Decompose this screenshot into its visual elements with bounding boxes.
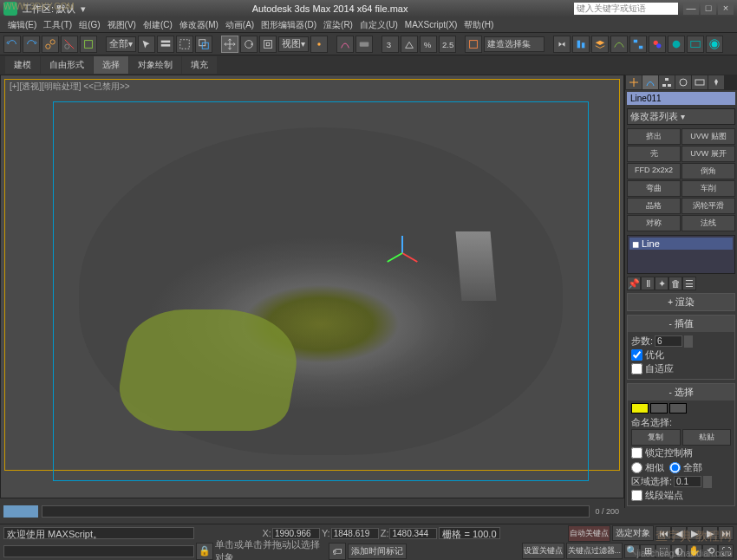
- menu-maxscript[interactable]: MAXScript(X): [402, 19, 460, 30]
- remove-modifier-icon[interactable]: 🗑: [669, 277, 682, 290]
- mod-normal[interactable]: 法线: [682, 215, 735, 231]
- zoom-extents-icon[interactable]: ⬚: [655, 544, 671, 558]
- show-end-result-icon[interactable]: Ⅱ: [641, 277, 655, 290]
- bind-icon[interactable]: [80, 36, 97, 53]
- tab-object-paint[interactable]: 对象绘制: [129, 56, 181, 74]
- adaptive-checkbox[interactable]: [631, 363, 642, 374]
- mod-bend[interactable]: 弯曲: [627, 180, 681, 197]
- stack-item-line[interactable]: ◼ Line: [629, 238, 733, 250]
- unlink-icon[interactable]: [61, 36, 78, 53]
- key-filter-dropdown[interactable]: 选定对象: [612, 525, 654, 541]
- align-icon[interactable]: [572, 36, 590, 53]
- maximize-button[interactable]: □: [701, 3, 716, 15]
- render-icon[interactable]: [706, 36, 723, 53]
- select-rotate-icon[interactable]: [240, 36, 258, 53]
- tab-selection[interactable]: 选择: [94, 56, 128, 74]
- optimize-checkbox[interactable]: [631, 349, 642, 361]
- undo-icon[interactable]: [3, 36, 21, 53]
- segment-subobj-icon[interactable]: [650, 403, 668, 413]
- mod-shell[interactable]: 壳: [627, 146, 681, 162]
- pan-icon[interactable]: ✋: [687, 544, 702, 558]
- play-icon[interactable]: ▶: [687, 526, 702, 540]
- utilities-panel-tab-icon[interactable]: [708, 75, 724, 89]
- setkey-button[interactable]: 设置关键点: [522, 543, 564, 559]
- minimize-button[interactable]: —: [683, 3, 699, 15]
- create-panel-tab-icon[interactable]: [626, 75, 642, 89]
- display-panel-tab-icon[interactable]: [692, 75, 708, 89]
- similar-radio[interactable]: [631, 462, 642, 473]
- select-move-icon[interactable]: [221, 36, 238, 53]
- steps-spinner[interactable]: [684, 335, 693, 348]
- steps-input[interactable]: [655, 335, 682, 347]
- autokey-button[interactable]: 自动关键点: [568, 525, 610, 542]
- next-frame-icon[interactable]: ▶: [702, 526, 718, 540]
- menu-grapheditors[interactable]: 图形编辑器(D): [258, 18, 319, 32]
- schematic-view-icon[interactable]: [629, 36, 647, 53]
- snap-toggle-icon[interactable]: 3: [382, 36, 399, 53]
- redo-icon[interactable]: [23, 36, 40, 53]
- gizmo-z-axis[interactable]: [401, 236, 403, 253]
- keyfilters-button[interactable]: 关键点过滤器...: [566, 543, 623, 559]
- rollout-interpolation-header[interactable]: - 插值: [628, 316, 734, 332]
- spline-subobj-icon[interactable]: [669, 403, 687, 413]
- tab-freeform[interactable]: 自由形式: [41, 56, 93, 74]
- menu-create[interactable]: 创建(C): [140, 18, 175, 32]
- angle-snap-icon[interactable]: [401, 36, 418, 53]
- area-select-input[interactable]: [674, 476, 701, 487]
- modifier-list-dropdown[interactable]: 修改器列表 ▾: [627, 108, 735, 125]
- modifier-stack[interactable]: ◼ Line: [627, 235, 735, 274]
- menu-modifiers[interactable]: 修改器(M): [177, 18, 221, 32]
- window-crossing-icon[interactable]: [195, 36, 212, 53]
- link-icon[interactable]: [42, 36, 59, 53]
- paste-selection-button[interactable]: 粘贴: [682, 429, 732, 446]
- copy-selection-button[interactable]: 复制: [631, 429, 681, 446]
- motion-panel-tab-icon[interactable]: [675, 75, 691, 89]
- modify-panel-tab-icon[interactable]: [642, 75, 658, 89]
- mod-symmetry[interactable]: 对称: [627, 215, 681, 231]
- mod-uvwmap[interactable]: UVW 贴图: [682, 128, 735, 145]
- mod-lattice[interactable]: 晶格: [627, 198, 681, 214]
- mirror-icon[interactable]: [553, 36, 571, 53]
- fov-icon[interactable]: ◐: [671, 544, 687, 558]
- menu-tools[interactable]: 工具(T): [41, 18, 75, 32]
- area-spinner[interactable]: [703, 476, 712, 488]
- menu-customize[interactable]: 自定义(U): [357, 18, 401, 32]
- mod-extrude[interactable]: 挤出: [627, 128, 681, 145]
- coord-y-input[interactable]: [331, 528, 379, 539]
- select-by-name-icon[interactable]: [157, 36, 174, 53]
- tab-populate[interactable]: 填充: [182, 56, 217, 74]
- vertex-subobj-icon[interactable]: [631, 403, 649, 413]
- keyboard-shortcut-icon[interactable]: [355, 36, 373, 53]
- maxscript-listener[interactable]: 欢迎使用 MAXScript。: [3, 527, 194, 539]
- rollout-rendering-header[interactable]: + 渲染: [628, 294, 734, 310]
- all-radio[interactable]: [669, 462, 681, 473]
- hierarchy-panel-tab-icon[interactable]: [659, 75, 675, 89]
- maxscript-input[interactable]: [3, 545, 194, 557]
- material-editor-icon[interactable]: [649, 36, 666, 53]
- mod-unwrap[interactable]: UVW 展开: [682, 146, 735, 162]
- rollout-selection-header[interactable]: - 选择: [628, 384, 734, 400]
- mod-lathe[interactable]: 车削: [682, 180, 735, 197]
- goto-end-icon[interactable]: ⏭: [718, 526, 734, 540]
- render-frame-icon[interactable]: [687, 36, 704, 53]
- segment-end-checkbox[interactable]: [631, 490, 642, 501]
- menu-animation[interactable]: 动画(A): [223, 18, 257, 32]
- object-name-field[interactable]: Line011: [627, 92, 735, 105]
- tab-modeling[interactable]: 建模: [5, 56, 40, 74]
- time-tag-dropdown[interactable]: 添加时间标记: [348, 544, 407, 559]
- coord-z-input[interactable]: [389, 528, 437, 539]
- select-scale-icon[interactable]: [259, 36, 277, 53]
- close-button[interactable]: ×: [718, 3, 734, 15]
- menu-views[interactable]: 视图(V): [105, 18, 139, 32]
- maximize-viewport-icon[interactable]: ⛶: [718, 544, 734, 558]
- pin-stack-icon[interactable]: 📌: [627, 277, 641, 290]
- time-tag-icon[interactable]: 🏷: [329, 543, 346, 560]
- menu-help[interactable]: 帮助(H): [461, 18, 496, 32]
- pivot-center-icon[interactable]: [310, 36, 328, 53]
- timeline-track[interactable]: [42, 505, 590, 518]
- menu-group[interactable]: 组(G): [76, 18, 102, 32]
- menu-edit[interactable]: 编辑(E): [5, 18, 39, 32]
- menu-rendering[interactable]: 渲染(R): [321, 18, 355, 32]
- mod-ffd[interactable]: FFD 2x2x2: [627, 163, 681, 179]
- viewport[interactable]: [+][透视][明暗处理] <<已禁用>>: [0, 75, 624, 508]
